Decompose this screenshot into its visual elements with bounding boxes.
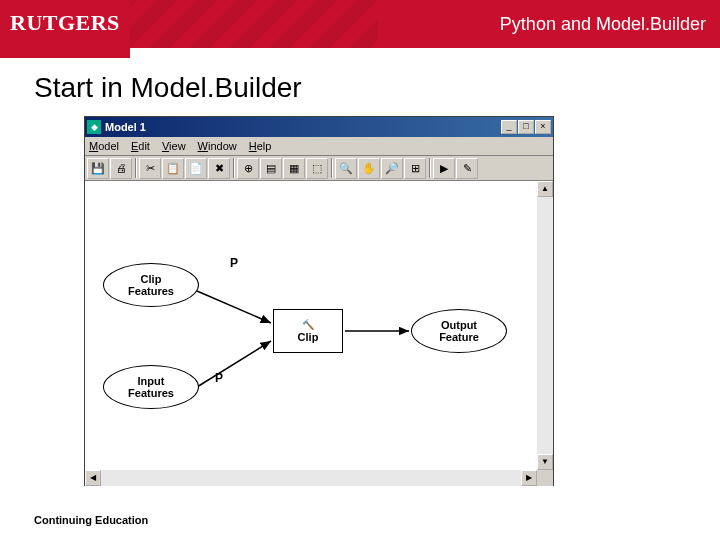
slide-title: Start in Model.Builder [34, 72, 302, 104]
cut-icon[interactable]: ✂ [139, 158, 161, 179]
window-buttons: _ □ × [501, 120, 551, 134]
toolbar-separator [429, 158, 431, 178]
footer-text: Continuing Education [34, 514, 148, 526]
toolbar-separator [331, 158, 333, 178]
logo-block: RUTGERS [0, 0, 130, 58]
tool-icon[interactable]: ✎ [456, 158, 478, 179]
menu-view[interactable]: View [162, 140, 186, 152]
menu-edit[interactable]: Edit [131, 140, 150, 152]
horizontal-scrollbar[interactable]: ◀ ▶ [85, 470, 537, 486]
node-output-feature[interactable]: Output Feature [411, 309, 507, 353]
toolbar-separator [135, 158, 137, 178]
node-clip-label: Clip [298, 331, 319, 343]
svg-line-1 [197, 341, 271, 387]
menu-model[interactable]: Model [89, 140, 119, 152]
zoom-out-icon[interactable]: 🔎 [381, 158, 403, 179]
window-title: Model 1 [105, 121, 501, 133]
vscroll-track[interactable] [537, 197, 553, 454]
window-titlebar[interactable]: ◆ Model 1 _ □ × [85, 117, 553, 137]
scroll-right-icon[interactable]: ▶ [521, 470, 537, 486]
full-extent-icon[interactable]: ⊞ [404, 158, 426, 179]
vertical-scrollbar[interactable]: ▲ ▼ [537, 181, 553, 470]
minimize-button[interactable]: _ [501, 120, 517, 134]
scroll-up-icon[interactable]: ▲ [537, 181, 553, 197]
menu-help[interactable]: Help [249, 140, 272, 152]
select-icon[interactable]: ⬚ [306, 158, 328, 179]
hammer-icon: 🔨 [302, 319, 314, 330]
menubar: Model Edit View Window Help [85, 137, 553, 156]
node-input-features[interactable]: Input Features [103, 365, 199, 409]
model-canvas[interactable]: P P Clip Features Input Features 🔨 Clip … [85, 181, 553, 486]
svg-line-0 [197, 291, 271, 323]
diagram: P P Clip Features Input Features 🔨 Clip … [85, 181, 537, 470]
delete-icon[interactable]: ✖ [208, 158, 230, 179]
scroll-corner [537, 470, 553, 486]
pan-icon[interactable]: ✋ [358, 158, 380, 179]
add-data-icon[interactable]: ⊕ [237, 158, 259, 179]
pointer-icon[interactable]: ▶ [433, 158, 455, 179]
app-window: ◆ Model 1 _ □ × Model Edit View Window H… [84, 116, 554, 486]
slide-header: RUTGERS Python and Model.Builder [0, 0, 720, 48]
p-label-2: P [215, 371, 223, 385]
node-clip-features[interactable]: Clip Features [103, 263, 199, 307]
node-clip-tool[interactable]: 🔨 Clip [273, 309, 343, 353]
logo-text: RUTGERS [10, 10, 120, 36]
print-icon[interactable]: 🖨 [110, 158, 132, 179]
scroll-down-icon[interactable]: ▼ [537, 454, 553, 470]
close-button[interactable]: × [535, 120, 551, 134]
toolbar-separator [233, 158, 235, 178]
copy-icon[interactable]: 📋 [162, 158, 184, 179]
save-icon[interactable]: 💾 [87, 158, 109, 179]
header-texture [118, 0, 378, 48]
maximize-button[interactable]: □ [518, 120, 534, 134]
menu-window[interactable]: Window [198, 140, 237, 152]
connect1-icon[interactable]: ▤ [260, 158, 282, 179]
toolbar: 💾 🖨 ✂ 📋 📄 ✖ ⊕ ▤ ▦ ⬚ 🔍 ✋ 🔎 ⊞ ▶ ✎ [85, 156, 553, 181]
header-title: Python and Model.Builder [500, 14, 706, 35]
scroll-left-icon[interactable]: ◀ [85, 470, 101, 486]
zoom-in-icon[interactable]: 🔍 [335, 158, 357, 179]
hscroll-track[interactable] [101, 470, 521, 486]
p-label-1: P [230, 256, 238, 270]
connect2-icon[interactable]: ▦ [283, 158, 305, 179]
paste-icon[interactable]: 📄 [185, 158, 207, 179]
app-icon: ◆ [87, 120, 101, 134]
